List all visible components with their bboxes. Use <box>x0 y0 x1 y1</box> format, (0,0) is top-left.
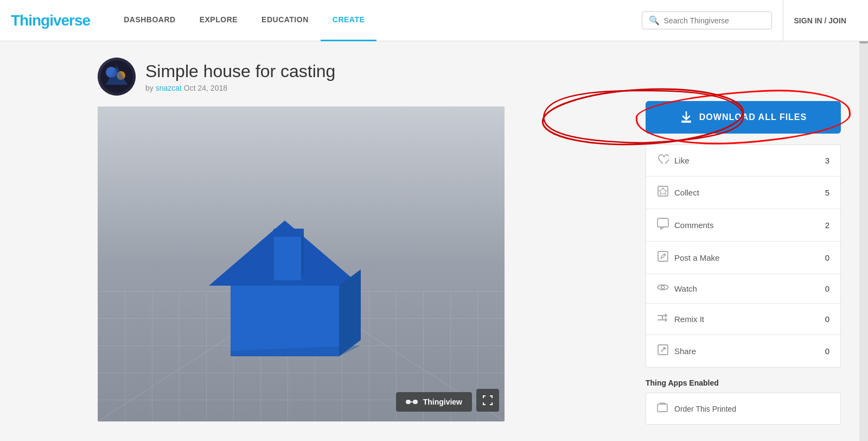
thing-header: Simple house for casting by snazcat Oct … <box>98 58 629 96</box>
thing-image-container: Thingiview <box>98 106 505 421</box>
svg-marker-19 <box>659 188 667 194</box>
like-count: 3 <box>825 156 829 165</box>
thing-apps-section: Thing Apps Enabled Order This Printed <box>646 379 841 425</box>
download-icon <box>680 111 693 124</box>
share-count: 0 <box>825 346 829 356</box>
search-icon: 🔍 <box>649 15 660 26</box>
thing-title: Simple house for casting <box>145 61 335 81</box>
watch-count: 0 <box>825 284 829 293</box>
share-action[interactable]: Share 0 <box>646 335 840 367</box>
download-section: DOWNLOAD ALL FILES <box>646 101 841 134</box>
comments-count: 2 <box>825 220 829 230</box>
post-a-make-label: Post a Make <box>674 253 825 262</box>
left-panel: Simple house for casting by snazcat Oct … <box>98 58 629 425</box>
search-container: 🔍 <box>642 11 772 29</box>
post-a-make-action[interactable]: Post a Make 0 <box>646 242 840 274</box>
svg-rect-20 <box>658 218 668 227</box>
avatar <box>98 58 136 96</box>
watch-icon <box>657 283 674 294</box>
nav-dashboard[interactable]: DASHBOARD <box>112 0 188 41</box>
house-scene <box>98 106 505 421</box>
nav-education[interactable]: EDUCATION <box>250 0 321 41</box>
comments-icon <box>657 218 674 232</box>
svg-marker-11 <box>271 229 304 237</box>
post-a-make-icon <box>657 250 674 265</box>
remix-it-label: Remix It <box>674 314 825 324</box>
watch-label: Watch <box>674 284 825 293</box>
svg-rect-25 <box>658 404 667 412</box>
comments-action[interactable]: Comments 2 <box>646 209 840 242</box>
nav-create[interactable]: CREATE <box>321 0 377 41</box>
remix-it-icon <box>657 312 674 326</box>
signin-button[interactable]: SIGN IN / JOIN <box>783 0 857 41</box>
like-label: Like <box>674 156 825 165</box>
main-nav: DASHBOARD EXPLORE EDUCATION CREATE <box>112 0 376 41</box>
svg-rect-15 <box>413 400 418 404</box>
right-panel: DOWNLOAD ALL FILES Like 3 <box>646 58 841 425</box>
svg-marker-7 <box>231 286 339 356</box>
watch-action[interactable]: Watch 0 <box>646 274 840 304</box>
comments-label: Comments <box>674 220 825 230</box>
svg-marker-12 <box>301 229 304 278</box>
post-a-make-count: 0 <box>825 253 829 262</box>
collect-icon <box>657 185 674 200</box>
download-all-files-label: DOWNLOAD ALL FILES <box>699 112 807 122</box>
search-input[interactable] <box>664 16 765 25</box>
avatar-image <box>98 58 136 96</box>
thing-meta: by snazcat Oct 24, 2018 <box>145 84 335 92</box>
collect-count: 5 <box>825 188 829 197</box>
header: Thingiverse DASHBOARD EXPLORE EDUCATION … <box>0 0 868 41</box>
order-this-printed-button[interactable]: Order This Printed <box>646 393 841 425</box>
like-action[interactable]: Like 3 <box>646 145 840 177</box>
order-this-printed-label: Order This Printed <box>674 405 736 413</box>
by-label: by <box>145 84 154 92</box>
logo[interactable]: Thingiverse <box>11 12 90 29</box>
remix-it-action[interactable]: Remix It 0 <box>646 304 840 335</box>
glasses-icon <box>406 398 418 406</box>
fullscreen-icon <box>483 395 493 405</box>
download-all-files-button[interactable]: DOWNLOAD ALL FILES <box>646 101 841 134</box>
svg-point-23 <box>661 286 665 289</box>
collect-label: Collect <box>674 188 825 197</box>
fullscreen-button[interactable] <box>476 389 499 412</box>
share-label: Share <box>674 346 825 356</box>
order-icon <box>657 402 668 415</box>
thingiview-label: Thingiview <box>423 398 462 406</box>
nav-explore[interactable]: EXPLORE <box>188 0 250 41</box>
main-content: Simple house for casting by snazcat Oct … <box>0 41 857 441</box>
svg-rect-10 <box>274 237 301 280</box>
collect-action[interactable]: Collect 5 <box>646 177 840 209</box>
thingiview-button[interactable]: Thingiview <box>396 392 472 412</box>
house-model <box>187 177 415 373</box>
svg-rect-14 <box>406 400 411 404</box>
svg-rect-21 <box>658 251 668 261</box>
scrollbar[interactable] <box>859 0 868 441</box>
share-icon <box>657 344 674 358</box>
post-date: Oct 24, 2018 <box>184 84 227 92</box>
action-list: Like 3 Collect 5 <box>646 144 841 368</box>
remix-it-count: 0 <box>825 314 829 324</box>
thing-apps-title: Thing Apps Enabled <box>646 379 841 387</box>
thing-title-area: Simple house for casting by snazcat Oct … <box>145 61 335 92</box>
author-link[interactable]: snazcat <box>156 84 182 92</box>
like-icon <box>657 154 674 167</box>
